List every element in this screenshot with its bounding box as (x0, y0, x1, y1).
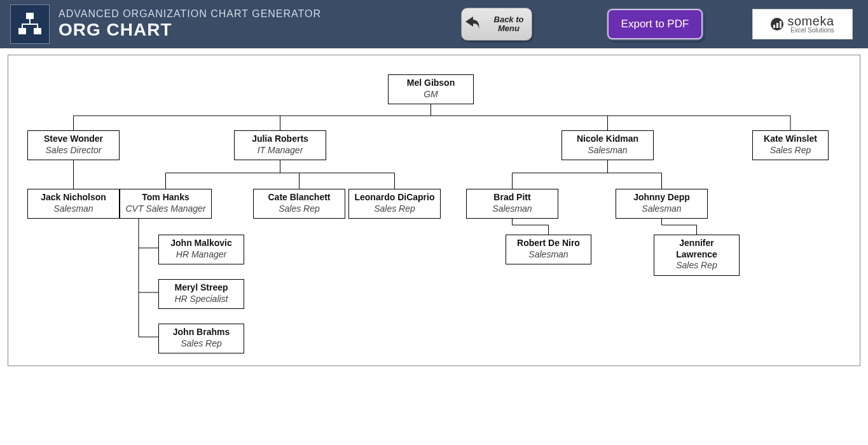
node-role: Salesman (510, 249, 587, 261)
back-arrow-icon (462, 13, 482, 36)
brand-tagline: Excel Solutions (787, 27, 834, 34)
org-node[interactable]: Jack NicholsonSalesman (27, 189, 120, 219)
org-node[interactable]: Julia RobertsIT Manager (234, 130, 326, 160)
brand-bars-icon (771, 18, 783, 31)
node-role: Sales Rep (258, 203, 341, 215)
node-role: GM (392, 89, 469, 100)
org-node[interactable]: John MalkovicHR Manager (158, 235, 244, 264)
node-name: Kate Winslet (757, 134, 824, 145)
node-role: Sales Rep (658, 260, 735, 271)
org-node[interactable]: Jennifer LawrenceSales Rep (654, 235, 740, 276)
header-title: ORG CHART (59, 20, 321, 40)
org-node[interactable]: Cate BlanchettSales Rep (253, 189, 345, 219)
node-role: Sales Rep (353, 203, 436, 215)
node-role: Sales Director (32, 145, 115, 156)
org-node[interactable]: Johnny DeppSalesman (616, 189, 708, 219)
node-role: Sales Rep (163, 338, 240, 350)
node-name: Nicole Kidman (566, 134, 649, 145)
export-pdf-button[interactable]: Export to PDF (607, 9, 703, 39)
org-node[interactable]: John BrahmsSales Rep (158, 324, 244, 353)
header-subtitle: ADVANCED ORGANIZATION CHART GENERATOR (59, 8, 321, 20)
org-node[interactable]: Leonardo DiCaprioSales Rep (348, 189, 441, 219)
org-node[interactable]: Nicole KidmanSalesman (561, 130, 654, 160)
node-name: John Brahms (163, 327, 240, 338)
node-name: Steve Wonder (32, 134, 115, 145)
org-node[interactable]: Brad PittSalesman (466, 189, 558, 219)
node-name: Jennifer Lawrence (658, 238, 735, 260)
org-chart-canvas: Mel GibsonGMSteve WonderSales DirectorJu… (8, 55, 860, 366)
org-node[interactable]: Meryl StreepHR Specialist (158, 279, 244, 309)
svg-rect-0 (26, 13, 34, 19)
node-name: Robert De Niro (510, 238, 587, 249)
node-role: CVT Sales Manager (124, 203, 207, 215)
node-name: Brad Pitt (471, 192, 554, 203)
app-logo-icon (10, 4, 50, 44)
node-role: Salesman (566, 145, 649, 156)
app-header: ADVANCED ORGANIZATION CHART GENERATOR OR… (0, 0, 868, 48)
org-node[interactable]: Steve WonderSales Director (27, 130, 120, 160)
brand-name: someka (787, 15, 834, 27)
brand-logo: someka Excel Solutions (752, 9, 853, 39)
node-name: John Malkovic (163, 238, 240, 249)
org-node[interactable]: Robert De NiroSalesman (506, 235, 591, 264)
org-node[interactable]: Kate WinsletSales Rep (752, 130, 829, 160)
node-name: Meryl Streep (163, 282, 240, 294)
node-role: HR Specialist (163, 294, 240, 305)
node-role: Salesman (471, 203, 554, 215)
node-role: Salesman (620, 203, 703, 215)
export-button-label: Export to PDF (621, 18, 689, 31)
org-node[interactable]: Tom HanksCVT Sales Manager (120, 189, 212, 219)
back-button-label: Back to Menu (486, 15, 532, 34)
node-role: Sales Rep (757, 145, 824, 156)
node-name: Tom Hanks (124, 192, 207, 203)
node-name: Mel Gibson (392, 78, 469, 89)
org-node[interactable]: Mel GibsonGM (388, 74, 474, 104)
node-name: Leonardo DiCaprio (353, 192, 436, 203)
node-name: Johnny Depp (620, 192, 703, 203)
node-role: HR Manager (163, 249, 240, 261)
svg-rect-1 (18, 28, 26, 34)
node-role: IT Manager (238, 145, 322, 156)
svg-rect-2 (34, 28, 41, 34)
back-to-menu-button[interactable]: Back to Menu (461, 8, 532, 41)
node-name: Julia Roberts (238, 134, 322, 145)
node-role: Salesman (32, 203, 115, 215)
node-name: Cate Blanchett (258, 192, 341, 203)
node-name: Jack Nicholson (32, 192, 115, 203)
